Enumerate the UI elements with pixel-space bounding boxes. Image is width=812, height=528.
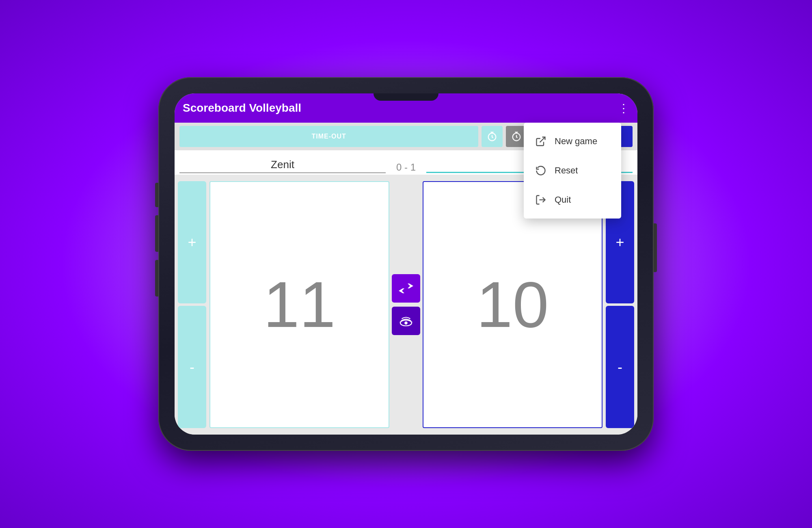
timeout-button[interactable]: TIME-OUT	[179, 126, 478, 147]
left-pm-buttons: + -	[175, 175, 209, 435]
menu-item-reset[interactable]: Reset	[524, 156, 621, 185]
menu-item-quit[interactable]: Quit	[524, 185, 621, 214]
reset-icon	[533, 163, 548, 178]
right-score-number: 10	[477, 267, 549, 342]
left-minus-button[interactable]: -	[178, 306, 206, 428]
team-left-name: Zenit	[179, 158, 386, 173]
left-plus-button[interactable]: +	[178, 181, 206, 303]
menu-item-new-game[interactable]: New game	[524, 127, 621, 156]
whistle-button[interactable]	[392, 307, 420, 335]
phone-body: Scoreboard Volleyball ⋮ TIME-OUT	[158, 77, 654, 451]
app-title: Scoreboard Volleyball	[183, 102, 301, 115]
phone-container: Scoreboard Volleyball ⋮ TIME-OUT	[158, 77, 654, 451]
right-minus-button[interactable]: -	[606, 306, 634, 428]
quit-icon	[533, 193, 548, 207]
timer-icon-teal-button[interactable]	[482, 126, 503, 147]
phone-screen: Scoreboard Volleyball ⋮ TIME-OUT	[175, 93, 637, 435]
power-button[interactable]	[654, 223, 657, 272]
notch	[374, 93, 438, 101]
svg-point-5	[405, 322, 407, 324]
left-score-box: 11	[209, 181, 389, 428]
menu-reset-label: Reset	[555, 165, 578, 176]
new-game-icon	[533, 134, 548, 149]
menu-new-game-label: New game	[555, 136, 597, 147]
dropdown-menu: New game Reset	[524, 123, 621, 219]
volume-up-button[interactable]	[155, 183, 158, 207]
swap-button[interactable]	[392, 274, 420, 303]
left-score-number: 11	[263, 267, 336, 342]
menu-quit-label: Quit	[555, 195, 571, 205]
menu-button[interactable]: ⋮	[618, 102, 629, 115]
center-buttons	[389, 175, 423, 435]
set-score-display: 0 - 1	[386, 162, 426, 173]
left-score-area: + - 11	[175, 175, 389, 435]
volume-down-button[interactable]	[155, 215, 158, 252]
silent-button[interactable]	[155, 260, 158, 296]
